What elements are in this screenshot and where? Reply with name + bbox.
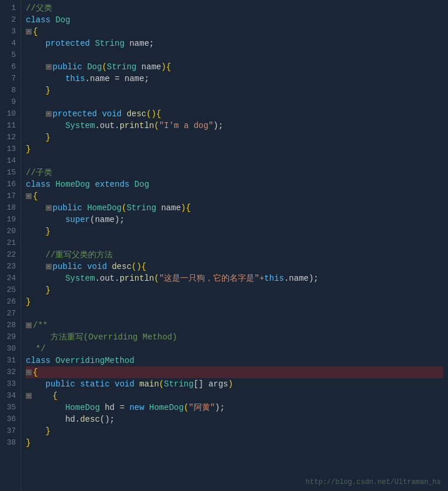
code-token (26, 261, 46, 273)
code-line: System.out.println("I'm a dog"); (26, 120, 443, 132)
code-token: ( (154, 273, 159, 284)
code-token: class (26, 14, 55, 26)
code-line (26, 237, 443, 249)
code-token: } (46, 226, 50, 237)
line-number: 31 (2, 355, 16, 366)
code-token (26, 202, 46, 214)
code-token: public (53, 261, 87, 273)
watermark-url: http://blog.csdn.net/Ultraman_hs (306, 478, 441, 486)
code-line: hd.desc(); (26, 413, 443, 425)
code-token: } (46, 425, 50, 437)
fold-marker[interactable]: - (26, 29, 32, 35)
fold-marker[interactable]: - (46, 205, 52, 211)
line-number: 24 (2, 273, 16, 284)
code-token: } (26, 296, 31, 308)
code-line: System.out.println("这是一只狗，它的名字是"+this.na… (26, 273, 443, 284)
code-token (26, 61, 46, 73)
code-line: -/** (26, 320, 443, 331)
code-line: HomeDog hd = new HomeDog("阿黄"); (26, 402, 443, 413)
code-token (26, 284, 46, 296)
code-token: this (65, 73, 85, 85)
code-token (26, 132, 46, 143)
code-token: void (114, 378, 134, 390)
code-token: public (46, 378, 80, 390)
code-token: main (134, 378, 159, 390)
code-token: desc (122, 108, 146, 120)
code-token: ( (184, 402, 188, 413)
code-content: //父类class Dog-{ protected String name; -… (21, 0, 448, 491)
code-token: .out. (95, 273, 120, 284)
code-line: - { (26, 390, 443, 402)
code-token: } (46, 85, 50, 96)
line-number: 38 (2, 437, 16, 449)
code-token (26, 85, 46, 96)
line-number: 16 (2, 179, 16, 190)
fold-marker[interactable]: - (26, 322, 32, 328)
code-token: public (53, 202, 87, 214)
line-number: 5 (2, 49, 16, 61)
line-number: 23 (2, 261, 16, 273)
code-line: 方法重写(Overriding Method) (26, 331, 443, 343)
code-line: class Dog (26, 14, 443, 26)
code-token: //重写父类的方法 (46, 249, 113, 261)
line-number: 19 (2, 214, 16, 226)
line-number: 35 (2, 402, 16, 413)
fold-marker[interactable]: - (46, 111, 52, 117)
code-token (26, 413, 65, 425)
line-number: 4 (2, 38, 16, 49)
code-line: */ (26, 343, 443, 355)
line-number: 11 (2, 120, 16, 132)
code-line: } (26, 296, 443, 308)
code-token: String (127, 202, 156, 214)
code-line (26, 49, 443, 61)
fold-marker[interactable]: - (26, 369, 32, 375)
code-line: //子类 (26, 167, 443, 179)
code-line: this.name = name; (26, 73, 443, 85)
line-number: 25 (2, 284, 16, 296)
code-token: ) (161, 61, 166, 73)
code-token: protected (53, 108, 102, 120)
line-number: 33 (2, 378, 16, 390)
code-token: String (107, 61, 136, 73)
code-token: { (33, 366, 38, 378)
fold-marker[interactable]: - (26, 393, 32, 399)
code-token: ( (154, 120, 159, 132)
line-number: 3 (2, 26, 16, 38)
line-number: 6 (2, 61, 16, 73)
code-token: static (80, 378, 114, 390)
code-line: -protected void desc(){ (26, 108, 443, 120)
code-line: //父类 (26, 2, 443, 14)
code-line: -{ (26, 366, 443, 378)
code-token: String (95, 38, 124, 49)
code-token: ); (309, 273, 319, 284)
code-token: (name); (90, 214, 124, 226)
fold-marker[interactable]: - (26, 193, 32, 199)
code-token: //子类 (26, 167, 52, 179)
code-token: HomeDog (87, 202, 122, 214)
code-token: ) (228, 378, 233, 390)
code-token: { (33, 390, 58, 402)
code-token: void (102, 108, 122, 120)
code-token (26, 331, 50, 343)
code-token: println (120, 120, 154, 132)
code-token: "阿黄" (188, 402, 215, 413)
code-token: /** (33, 320, 48, 331)
code-token (26, 226, 46, 237)
line-number: 17 (2, 190, 16, 202)
code-token (26, 73, 65, 85)
code-token: (); (100, 413, 114, 425)
code-token (26, 108, 46, 120)
code-token: } (26, 143, 31, 155)
code-line: -public Dog(String name){ (26, 61, 443, 73)
code-token: .name (284, 273, 309, 284)
fold-marker[interactable]: - (46, 264, 52, 270)
line-number: 32 (2, 366, 16, 378)
line-numbers: 1234567891011121314151617181920212223242… (0, 0, 21, 491)
fold-marker[interactable]: - (46, 64, 52, 70)
code-token (26, 273, 65, 284)
code-line: } (26, 85, 443, 96)
line-number: 8 (2, 85, 16, 96)
code-token: { (142, 261, 146, 273)
line-number: 29 (2, 331, 16, 343)
code-token: System (65, 273, 95, 284)
